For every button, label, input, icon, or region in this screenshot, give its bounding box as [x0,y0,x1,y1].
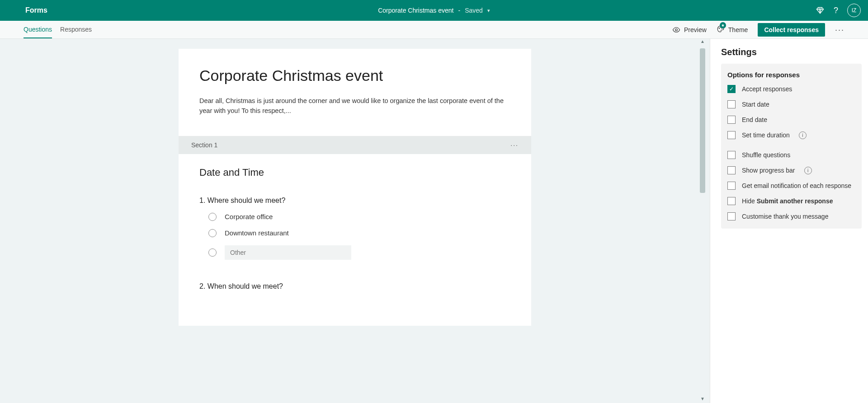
top-bar: Forms Corporate Christmas event - Saved … [0,0,868,21]
command-bar: Questions Responses Preview Theme Collec… [0,21,868,39]
canvas-scrollbar[interactable]: ▲ ▼ [700,39,705,403]
question-1[interactable]: 1. Where should we meet? Corporate offic… [199,197,510,260]
form-title-heading: Corporate Christmas event [199,67,510,84]
opt-progress-bar[interactable]: Show progress bar i [727,166,855,174]
form-sheet: Corporate Christmas event Dear all, Chri… [179,49,531,403]
info-icon[interactable]: i [804,167,812,174]
tab-responses[interactable]: Responses [60,21,92,38]
section-title: Date and Time [199,167,510,178]
opt-start-date[interactable]: Start date [727,100,855,108]
opt-email-notify[interactable]: Get email notification of each response [727,182,855,190]
question-1-option-1[interactable]: Corporate office [208,213,510,221]
app-launcher-icon[interactable] [7,6,16,15]
section-label: Section 1 [191,141,217,149]
checkbox-icon[interactable] [727,182,736,190]
scroll-up-icon[interactable]: ▲ [700,39,705,44]
form-canvas: Corporate Christmas event Dear all, Chri… [0,39,710,403]
opt-hide-submit-another[interactable]: Hide Submit another response [727,197,855,205]
info-icon[interactable]: i [799,131,807,139]
svg-point-0 [675,28,678,31]
svg-point-1 [719,28,720,29]
opt-set-duration[interactable]: Set time duration i [727,131,855,139]
section-body: Date and Time 1. Where should we meet? C… [179,154,531,326]
response-options-title: Options for responses [727,71,855,79]
form-title: Corporate Christmas event [378,7,453,14]
opt-shuffle-questions[interactable]: Shuffle questions [727,151,855,159]
chevron-down-icon: ▾ [487,8,490,14]
question-1-option-2[interactable]: Downtown restaurant [208,229,510,237]
radio-icon[interactable] [208,248,217,257]
form-header-card[interactable]: Corporate Christmas event Dear all, Chri… [179,49,531,136]
opt-custom-thank-you[interactable]: Customise thank you message [727,212,855,220]
checkbox-icon[interactable] [727,212,736,220]
eye-icon [672,26,680,34]
question-2-text: 2. When should we meet? [199,282,510,291]
scroll-thumb[interactable] [700,48,705,193]
radio-icon[interactable] [208,229,217,237]
section-bar[interactable]: Section 1 ··· [179,136,531,154]
question-2[interactable]: 2. When should we meet? [199,282,510,291]
palette-icon [717,25,725,34]
question-1-option-other[interactable] [208,245,510,260]
settings-title: Settings [721,47,862,57]
checkbox-icon[interactable] [727,116,736,124]
radio-icon[interactable] [208,213,217,221]
form-title-dropdown[interactable]: Corporate Christmas event - Saved ▾ [378,7,490,14]
form-description: Dear all, Christmas is just around the c… [199,96,510,116]
more-options-icon[interactable]: ··· [835,26,844,34]
other-input[interactable] [225,245,351,260]
theme-badge [720,22,726,28]
response-options-card: Options for responses ✓ Accept responses… [721,64,862,229]
scroll-down-icon[interactable]: ▼ [700,396,705,401]
checkbox-icon[interactable] [727,131,736,139]
question-1-text: 1. Where should we meet? [199,197,510,205]
section-more-icon[interactable]: ··· [510,141,519,149]
checkbox-icon[interactable]: ✓ [727,85,736,93]
checkbox-icon[interactable] [727,100,736,108]
checkbox-icon[interactable] [727,151,736,159]
save-state: Saved [465,7,483,14]
checkbox-icon[interactable] [727,197,736,205]
help-icon[interactable]: ? [834,6,838,15]
settings-panel: Settings Options for responses ✓ Accept … [710,39,868,403]
premium-icon[interactable] [816,6,825,15]
account-avatar[interactable]: IZ [847,4,861,17]
opt-accept-responses[interactable]: ✓ Accept responses [727,85,855,93]
checkbox-icon[interactable] [727,166,736,174]
app-name[interactable]: Forms [25,6,47,14]
theme-button[interactable]: Theme [717,25,748,34]
opt-end-date[interactable]: End date [727,116,855,124]
content: Corporate Christmas event Dear all, Chri… [0,39,868,403]
preview-button[interactable]: Preview [672,26,707,34]
tab-questions[interactable]: Questions [24,21,52,38]
collect-responses-button[interactable]: Collect responses [758,23,825,37]
